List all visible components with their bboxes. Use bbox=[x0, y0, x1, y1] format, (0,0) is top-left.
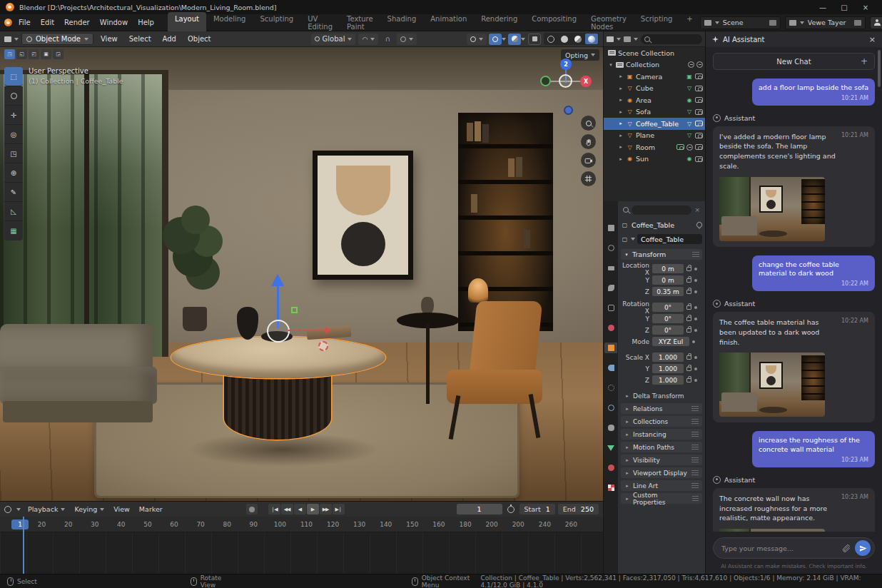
menu-marker[interactable]: Marker bbox=[137, 504, 165, 514]
tool-select-box[interactable]: ⬚ bbox=[4, 67, 23, 86]
menu-view[interactable]: View bbox=[111, 504, 132, 514]
3d-viewport[interactable]: ◳ ◱ ◰ ▣ ◲ User Perspective (1) Collectio… bbox=[0, 47, 603, 501]
gizmo-center-ring[interactable] bbox=[559, 74, 572, 88]
pin-icon[interactable] bbox=[695, 220, 703, 228]
new-scene-icon[interactable] bbox=[769, 20, 776, 26]
animate-dot-icon[interactable] bbox=[694, 379, 697, 382]
timeline-editor-icon[interactable] bbox=[4, 506, 11, 513]
outliner-editor-icon[interactable] bbox=[607, 36, 614, 42]
tab-modifiers[interactable] bbox=[604, 363, 617, 373]
extra-camera-icon[interactable] bbox=[676, 144, 684, 150]
tab-view-layer[interactable] bbox=[604, 283, 617, 293]
menu-view[interactable]: View bbox=[96, 34, 122, 44]
mode-dropdown[interactable]: Object Mode bbox=[21, 33, 93, 45]
pan-hand-button[interactable] bbox=[581, 134, 596, 149]
quick-toggle-4[interactable]: ▣ bbox=[41, 49, 51, 59]
tab-animation[interactable]: Animation bbox=[423, 12, 474, 34]
section-line-art[interactable]: ▸Line Art bbox=[621, 480, 702, 491]
section-delta-transform[interactable]: ▸Delta Transform bbox=[621, 390, 702, 401]
chat-scroll-area[interactable]: New Chat + add a floor lamp beside the s… bbox=[706, 47, 882, 532]
overlays-toggle[interactable] bbox=[489, 34, 502, 45]
transform-orientation-dropdown[interactable]: Global bbox=[311, 34, 356, 45]
animate-dot-icon[interactable] bbox=[694, 290, 697, 293]
xray-toggle[interactable] bbox=[508, 34, 521, 45]
view-layer-selector[interactable]: Vewe Tayer bbox=[785, 16, 866, 29]
transform-panel-header[interactable]: ▾Transform bbox=[621, 249, 702, 260]
render-visibility-icon[interactable] bbox=[695, 156, 703, 162]
ortho-grid-button[interactable] bbox=[581, 171, 596, 186]
jump-to-end-button[interactable]: ▶❘ bbox=[333, 504, 345, 514]
axis-z-ball[interactable]: 2 bbox=[560, 59, 572, 70]
close-icon[interactable]: × bbox=[694, 206, 700, 213]
tool-scale[interactable]: ◳ bbox=[4, 144, 23, 163]
render-visibility-icon[interactable] bbox=[695, 97, 703, 103]
animate-dot-icon[interactable] bbox=[694, 318, 697, 320]
panel-grip-icon[interactable] bbox=[692, 252, 699, 257]
camera-view-button[interactable] bbox=[581, 153, 596, 168]
tab-compositing[interactable]: Compositing bbox=[524, 12, 584, 34]
section-collections[interactable]: ▸Collections bbox=[621, 416, 702, 427]
tab-material[interactable] bbox=[604, 462, 617, 473]
tab-shading[interactable]: Shading bbox=[380, 12, 424, 34]
tab-tool[interactable] bbox=[604, 223, 617, 233]
shading-material-button[interactable] bbox=[572, 34, 584, 44]
new-chat-button[interactable]: New Chat + bbox=[713, 53, 875, 70]
section-motion-paths[interactable]: ▸Motion Paths bbox=[621, 442, 702, 452]
gizmo-z-axis-arrow[interactable] bbox=[271, 274, 284, 286]
maximize-button[interactable]: □ bbox=[833, 1, 855, 14]
animate-dot-icon[interactable] bbox=[692, 340, 695, 343]
outliner-row-cube[interactable]: ▸▽ Cube ▽ bbox=[604, 83, 705, 95]
animate-dot-icon[interactable] bbox=[694, 279, 697, 282]
menu-render[interactable]: Render bbox=[59, 16, 95, 29]
stopwatch-icon[interactable] bbox=[507, 506, 514, 513]
tab-sculpting[interactable]: Sculpting bbox=[253, 12, 300, 34]
timeline-ruler[interactable]: 1 20203040506070809010011012013014015016… bbox=[0, 517, 603, 532]
snap-magnet-toggle[interactable]: ∩ bbox=[381, 34, 394, 45]
outliner-row-sun[interactable]: ▸◉ Sun ◉ bbox=[604, 153, 705, 166]
proportional-edit-dropdown[interactable] bbox=[397, 34, 417, 45]
gizmo-plane-handle[interactable] bbox=[291, 307, 298, 313]
navigation-gizmo[interactable]: 2 X bbox=[540, 59, 592, 106]
coffee-table-top[interactable] bbox=[171, 337, 385, 378]
lock-icon[interactable] bbox=[686, 278, 691, 283]
menu-playback[interactable]: Playback bbox=[26, 504, 67, 514]
tool-transform[interactable]: ⊕ bbox=[4, 163, 23, 183]
properties-search[interactable]: × bbox=[621, 204, 702, 216]
gizmos-dropdown[interactable] bbox=[467, 34, 487, 45]
blender-menu-icon[interactable] bbox=[4, 19, 12, 26]
tab-particles[interactable] bbox=[604, 382, 617, 393]
tab-texture[interactable] bbox=[604, 482, 617, 493]
animate-dot-icon[interactable] bbox=[694, 268, 697, 270]
quick-toggle-1[interactable]: ◳ bbox=[4, 49, 15, 59]
axis-y-ball[interactable] bbox=[540, 76, 551, 86]
timeline-playhead[interactable] bbox=[23, 517, 24, 574]
tab-object-data[interactable] bbox=[604, 442, 617, 453]
render-visibility-icon[interactable] bbox=[695, 74, 703, 79]
current-frame-badge[interactable]: 1 bbox=[11, 519, 29, 529]
section-custom-properties[interactable]: ▸Custom Properties bbox=[621, 493, 702, 504]
outliner-row-camera[interactable]: ▸▣ Camera ▣ bbox=[604, 71, 705, 83]
close-button[interactable]: × bbox=[855, 1, 876, 14]
section-visibility[interactable]: ▸Visibility bbox=[621, 455, 702, 465]
render-visibility-icon[interactable] bbox=[695, 86, 703, 91]
tab-world[interactable] bbox=[604, 323, 617, 333]
shading-solid-button[interactable] bbox=[558, 34, 571, 44]
send-button[interactable] bbox=[855, 540, 871, 556]
tab-uv-editing[interactable]: UV Editing bbox=[300, 12, 340, 34]
tab-texture-paint[interactable]: Texture Paint bbox=[340, 12, 380, 34]
paperclip-icon[interactable] bbox=[841, 544, 851, 553]
tool-rotate[interactable]: ◎ bbox=[4, 125, 23, 144]
lock-icon[interactable] bbox=[686, 267, 691, 271]
quick-toggle-3[interactable]: ◰ bbox=[29, 49, 39, 59]
outliner-row-collection[interactable]: ▾ Collection bbox=[604, 59, 705, 71]
scale-z-field[interactable]: 1.000 bbox=[652, 375, 684, 385]
menu-file[interactable]: File bbox=[14, 16, 36, 29]
gizmo-origin-circle[interactable] bbox=[267, 320, 290, 343]
tool-add-cube[interactable]: ▦ bbox=[4, 221, 23, 240]
chat-scrollbar[interactable] bbox=[878, 50, 881, 87]
tab-rendering[interactable]: Rendering bbox=[474, 12, 524, 34]
menu-object[interactable]: Object bbox=[183, 34, 216, 44]
end-frame-field[interactable]: End250 bbox=[558, 504, 599, 514]
tab-output[interactable] bbox=[604, 263, 617, 273]
menu-help[interactable]: Help bbox=[133, 16, 159, 29]
